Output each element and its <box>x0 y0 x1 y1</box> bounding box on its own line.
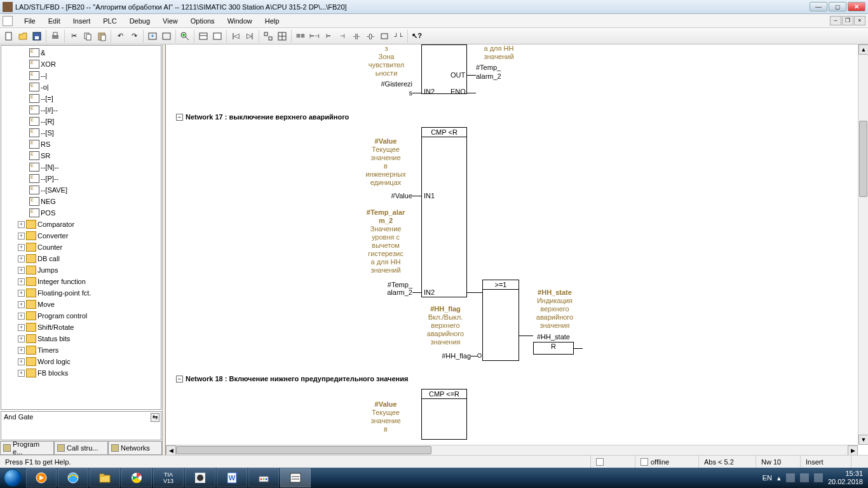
taskbar-item-app1[interactable] <box>185 468 215 487</box>
scroll-thumb[interactable] <box>859 121 867 197</box>
coil-button[interactable]: -()- <box>364 30 377 43</box>
volume-icon[interactable] <box>814 473 823 482</box>
tree-node[interactable]: --[P]-- <box>3 173 161 184</box>
tree-node[interactable]: +Converter <box>3 230 161 241</box>
vertical-scrollbar[interactable]: ▲ ▼ <box>858 44 868 445</box>
mdi-restore-button[interactable]: ❐ <box>842 16 853 25</box>
tray-arrow-icon[interactable]: ▴ <box>777 474 781 482</box>
menu-plc[interactable]: PLC <box>97 15 123 27</box>
download-button[interactable] <box>146 30 159 43</box>
network-button[interactable] <box>262 30 275 43</box>
cut-button[interactable]: ✂ <box>67 30 80 43</box>
scroll-thumb[interactable] <box>176 446 431 454</box>
tree-node[interactable]: +Counter <box>3 241 161 253</box>
tree-node[interactable]: +Timers <box>3 344 161 356</box>
help-pointer-button[interactable]: ↖? <box>410 30 423 43</box>
expand-icon[interactable]: + <box>18 301 25 308</box>
expand-icon[interactable]: + <box>18 324 25 331</box>
maximize-button[interactable]: ◻ <box>829 2 846 11</box>
menu-insert[interactable]: Insert <box>67 15 97 27</box>
taskbar-item-tia[interactable]: TIAV13 <box>153 468 184 487</box>
catalog-tree[interactable]: &XOR--|-o|--[=]--[#]----[R]--[S]RSSR--[N… <box>1 45 161 410</box>
mdi-minimize-button[interactable]: – <box>830 16 841 25</box>
minimize-button[interactable]: — <box>810 2 827 11</box>
mdi-close-button[interactable]: × <box>854 16 865 25</box>
detail-button[interactable] <box>211 30 224 43</box>
tree-node[interactable]: & <box>3 47 161 58</box>
start-button[interactable] <box>0 468 25 488</box>
goto-start-button[interactable]: |◁ <box>229 30 242 43</box>
tree-node[interactable]: --[=] <box>3 93 161 104</box>
undo-button[interactable]: ↶ <box>114 30 126 43</box>
connection-button[interactable]: ┘└ <box>392 30 405 43</box>
menu-debug[interactable]: Debug <box>123 15 156 27</box>
save-button[interactable] <box>31 30 43 43</box>
horizontal-scrollbar[interactable]: ◀ ▶ <box>166 445 858 455</box>
tree-node[interactable]: --[R] <box>3 116 161 127</box>
tree-node[interactable]: +FB blocks <box>3 367 161 379</box>
tree-node[interactable]: +Floating-point fct. <box>3 287 161 299</box>
tab-program-elements[interactable]: Program e... <box>0 442 54 455</box>
goto-end-button[interactable]: ▷| <box>243 30 256 43</box>
tree-node[interactable]: +Status bits <box>3 333 161 344</box>
expand-icon[interactable]: + <box>18 358 25 365</box>
collapse-icon[interactable]: − <box>176 376 183 383</box>
network-17-header[interactable]: − Network 17 : выключение верхнего авари… <box>176 113 349 121</box>
scroll-right-button[interactable]: ▶ <box>848 445 858 455</box>
scroll-down-button[interactable]: ▼ <box>858 435 868 445</box>
expand-icon[interactable]: + <box>18 221 25 228</box>
tree-node[interactable]: --[SAVE] <box>3 184 161 196</box>
menu-file[interactable]: File <box>18 15 42 27</box>
menu-edit[interactable]: Edit <box>42 15 67 27</box>
tree-node[interactable]: +Jumps <box>3 264 161 276</box>
network-18-header[interactable]: − Network 18 : Включение нижнего предупр… <box>176 375 408 383</box>
tree-node[interactable]: --[N]-- <box>3 161 161 173</box>
fbd-canvas[interactable]: з Зона чувствител ьности #Gisterezi s IN… <box>166 44 868 455</box>
menu-help[interactable]: Help <box>259 15 286 27</box>
contact-button[interactable]: -||- <box>350 30 363 43</box>
copy-button[interactable] <box>81 30 94 43</box>
open-button[interactable] <box>17 30 29 43</box>
tree-node[interactable]: +Program control <box>3 310 161 322</box>
expand-icon[interactable]: + <box>18 370 25 377</box>
taskbar-item-step7[interactable] <box>280 468 311 487</box>
collapse-icon[interactable]: − <box>176 114 183 121</box>
taskbar-item-chrome[interactable] <box>121 468 152 487</box>
taskbar-item-mediaplayer[interactable] <box>26 468 57 487</box>
lang-indicator[interactable]: EN <box>763 474 772 482</box>
lad-button[interactable]: ⊢⊣ <box>308 30 321 43</box>
tree-node[interactable]: NEG <box>3 196 161 207</box>
tree-node[interactable]: +Move <box>3 299 161 310</box>
box-button[interactable] <box>378 30 391 43</box>
expand-icon[interactable]: + <box>18 255 25 262</box>
insert-network-button[interactable]: ⊞⊞ <box>294 30 307 43</box>
new-button[interactable] <box>3 30 15 43</box>
flag-icon[interactable] <box>786 473 795 482</box>
tree-node[interactable]: +Integer function <box>3 276 161 287</box>
paste-button[interactable] <box>95 30 108 43</box>
expand-icon[interactable]: + <box>18 244 25 251</box>
tree-node[interactable]: +Comparator <box>3 219 161 230</box>
upload-button[interactable] <box>160 30 173 43</box>
tree-node[interactable]: --[#]-- <box>3 104 161 116</box>
description-dropdown-button[interactable]: ⇆ <box>151 413 159 422</box>
menu-window[interactable]: Window <box>221 15 259 27</box>
scroll-up-button[interactable]: ▲ <box>858 44 868 55</box>
tree-node[interactable]: POS <box>3 207 161 219</box>
branch-close-button[interactable]: ⊣ <box>336 30 349 43</box>
taskbar-item-explorer[interactable] <box>90 468 120 487</box>
expand-icon[interactable]: + <box>18 233 25 240</box>
expand-icon[interactable]: + <box>18 278 25 285</box>
tab-networks[interactable]: Networks <box>108 442 162 455</box>
tree-node[interactable]: +Shift/Rotate <box>3 322 161 333</box>
monitor-button[interactable] <box>179 30 191 43</box>
tab-call-structure[interactable]: Call stru... <box>54 442 108 455</box>
expand-icon[interactable]: + <box>18 336 25 342</box>
tree-node[interactable]: SR <box>3 150 161 161</box>
tree-node[interactable]: RS <box>3 139 161 150</box>
close-button[interactable]: ✕ <box>848 2 865 11</box>
expand-icon[interactable]: + <box>18 313 25 320</box>
branch-open-button[interactable]: ⊢ <box>322 30 335 43</box>
tree-node[interactable]: XOR <box>3 58 161 70</box>
expand-icon[interactable]: + <box>18 347 25 354</box>
